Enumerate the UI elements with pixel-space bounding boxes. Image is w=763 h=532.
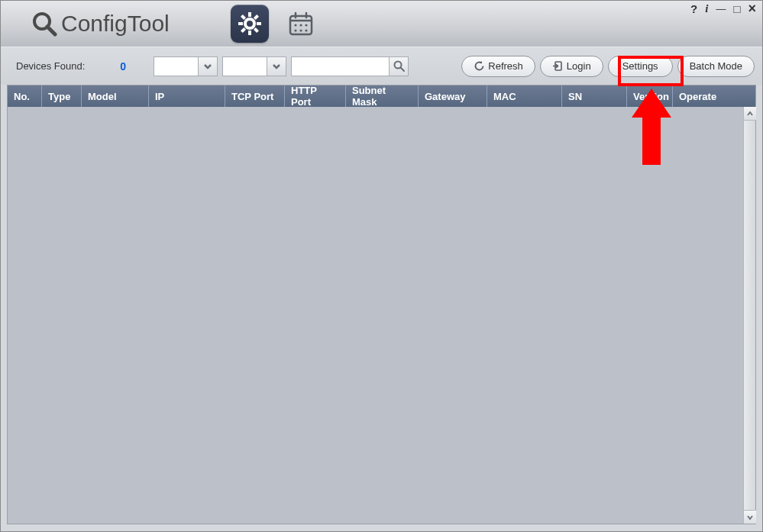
toolbar: Devices Found: 0 Refresh bbox=[1, 47, 762, 85]
filter1-dropdown-button[interactable] bbox=[198, 56, 218, 76]
search-input[interactable] bbox=[291, 56, 389, 76]
settings-gear-tile[interactable] bbox=[231, 5, 269, 43]
column-header[interactable]: HTTP Port bbox=[285, 85, 346, 107]
login-icon bbox=[552, 60, 564, 72]
settings-label: Settings bbox=[622, 60, 658, 72]
search-button[interactable] bbox=[389, 56, 409, 76]
svg-point-18 bbox=[294, 29, 296, 31]
svg-line-22 bbox=[400, 68, 404, 72]
scroll-down-button[interactable] bbox=[744, 510, 756, 524]
title-bar: ConfigTool bbox=[1, 1, 762, 47]
app-logo-group: ConfigTool bbox=[31, 11, 170, 37]
column-header[interactable]: MAC bbox=[487, 85, 562, 107]
column-header[interactable]: Operate bbox=[673, 85, 742, 107]
login-button[interactable]: Login bbox=[540, 56, 603, 77]
magnifier-icon bbox=[31, 11, 57, 37]
svg-rect-3 bbox=[248, 12, 251, 17]
column-header[interactable]: TCP Port bbox=[225, 85, 285, 107]
svg-point-15 bbox=[294, 24, 296, 26]
filter2-input[interactable] bbox=[222, 56, 267, 76]
chevron-down-icon bbox=[272, 62, 281, 71]
settings-button[interactable]: Settings bbox=[608, 56, 673, 77]
batch-mode-label: Batch Mode bbox=[690, 60, 742, 72]
maximize-button[interactable]: □ bbox=[733, 2, 740, 15]
calendar-tile[interactable] bbox=[286, 8, 316, 39]
calendar-icon bbox=[288, 11, 314, 37]
search-group bbox=[291, 56, 409, 76]
svg-rect-9 bbox=[241, 15, 246, 20]
help-button[interactable]: ? bbox=[690, 2, 697, 15]
window-controls: ? i — □ × bbox=[690, 1, 756, 16]
info-button[interactable]: i bbox=[705, 2, 708, 15]
search-icon bbox=[393, 60, 405, 72]
chevron-down-icon bbox=[203, 62, 212, 71]
devices-found-label: Devices Found: bbox=[16, 60, 85, 72]
svg-rect-8 bbox=[241, 27, 246, 33]
svg-rect-10 bbox=[254, 27, 259, 33]
svg-point-20 bbox=[305, 29, 307, 31]
column-header[interactable]: IP bbox=[149, 85, 225, 107]
svg-point-19 bbox=[299, 29, 302, 31]
refresh-icon bbox=[474, 60, 485, 72]
column-header[interactable]: Type bbox=[42, 85, 82, 107]
svg-line-1 bbox=[47, 27, 55, 34]
column-header[interactable]: Version bbox=[627, 85, 673, 107]
vertical-scrollbar[interactable] bbox=[743, 107, 755, 524]
table-body bbox=[8, 107, 755, 524]
column-header[interactable]: SN bbox=[562, 85, 627, 107]
svg-rect-4 bbox=[248, 31, 251, 35]
batch-mode-button[interactable]: Batch Mode bbox=[677, 56, 755, 77]
gear-icon bbox=[238, 11, 262, 36]
svg-rect-6 bbox=[257, 22, 261, 25]
refresh-label: Refresh bbox=[488, 60, 523, 72]
app-title: ConfigTool bbox=[61, 11, 170, 37]
filter1-input[interactable] bbox=[154, 56, 198, 76]
login-label: Login bbox=[567, 60, 591, 72]
minimize-button[interactable]: — bbox=[716, 3, 726, 15]
devices-found-count: 0 bbox=[120, 60, 126, 73]
chevron-down-icon bbox=[746, 514, 754, 521]
column-header[interactable]: Model bbox=[82, 85, 149, 107]
device-table: No.TypeModelIPTCP PortHTTP PortSubnet Ma… bbox=[7, 85, 756, 524]
column-header[interactable]: No. bbox=[8, 85, 42, 107]
column-header[interactable]: Subnet Mask bbox=[346, 85, 419, 107]
svg-rect-5 bbox=[238, 22, 243, 25]
svg-point-16 bbox=[299, 24, 302, 26]
close-button[interactable]: × bbox=[748, 1, 756, 17]
column-header[interactable]: Gateway bbox=[419, 85, 487, 107]
svg-point-2 bbox=[245, 19, 254, 28]
filter2-select[interactable] bbox=[222, 56, 286, 76]
chevron-up-icon bbox=[746, 110, 754, 118]
table-header-row: No.TypeModelIPTCP PortHTTP PortSubnet Ma… bbox=[8, 85, 755, 107]
svg-rect-7 bbox=[254, 15, 259, 20]
svg-point-17 bbox=[305, 24, 307, 26]
scroll-up-button[interactable] bbox=[744, 107, 756, 121]
filter2-dropdown-button[interactable] bbox=[267, 56, 286, 76]
refresh-button[interactable]: Refresh bbox=[461, 56, 535, 77]
filter1-select[interactable] bbox=[154, 56, 218, 76]
title-icon-group bbox=[231, 5, 316, 43]
